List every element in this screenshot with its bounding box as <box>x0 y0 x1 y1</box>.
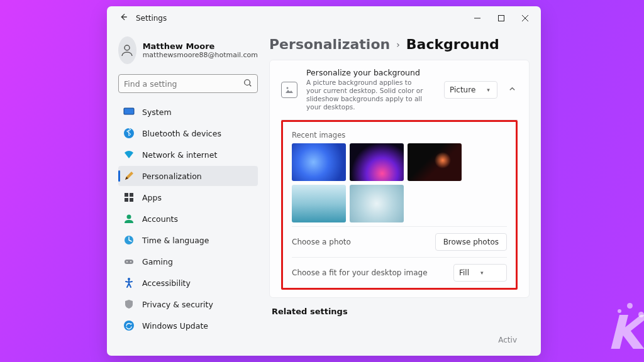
sidebar-nav: System Bluetooth & devices Network & int… <box>118 102 258 336</box>
chevron-up-icon <box>509 85 516 92</box>
choose-fit-label: Choose a fit for your desktop image <box>292 268 445 277</box>
user-icon <box>119 43 135 58</box>
bluetooth-icon <box>123 128 135 139</box>
sidebar-item-label: Windows Update <box>142 321 208 331</box>
svg-rect-0 <box>499 16 504 21</box>
sidebar-item-accessibility[interactable]: Accessibility <box>118 273 258 293</box>
arrow-left-icon <box>119 13 128 21</box>
maximize-icon <box>498 15 504 21</box>
shield-icon <box>123 299 135 310</box>
recent-images-grid <box>292 143 507 222</box>
sidebar-item-label: Accessibility <box>142 278 191 288</box>
svg-point-17 <box>287 87 289 89</box>
sidebar-item-update[interactable]: Windows Update <box>118 315 258 336</box>
update-icon <box>123 320 135 331</box>
recent-image-thumb[interactable] <box>292 185 346 222</box>
sidebar-item-label: Privacy & security <box>142 300 213 309</box>
choose-photo-row: Choose a photo Browse photos <box>292 226 507 257</box>
svg-rect-8 <box>125 198 128 202</box>
sidebar-item-network[interactable]: Network & internet <box>118 145 258 165</box>
sidebar-item-privacy[interactable]: Privacy & security <box>118 294 258 314</box>
activation-watermark: Activ <box>498 336 517 344</box>
gamepad-icon <box>123 256 135 267</box>
choose-fit-row: Choose a fit for your desktop image Fill… <box>292 257 507 288</box>
sidebar-item-label: Gaming <box>142 257 173 266</box>
personalize-header-row: Personalize your background A picture ba… <box>281 68 518 120</box>
sidebar-item-system[interactable]: System <box>118 102 258 122</box>
sidebar-item-label: Apps <box>142 193 162 202</box>
user-email: matthewsmoore88@hotmail.com <box>143 51 258 59</box>
browse-photos-button[interactable]: Browse photos <box>435 233 507 251</box>
brand-watermark: K <box>607 305 640 359</box>
search-input[interactable] <box>124 79 243 89</box>
sidebar-item-label: Network & internet <box>142 150 217 160</box>
svg-rect-7 <box>130 193 133 197</box>
recent-image-thumb[interactable] <box>350 143 404 181</box>
apps-icon <box>123 192 135 203</box>
system-icon <box>123 106 135 118</box>
minimize-button[interactable] <box>465 9 489 28</box>
breadcrumb-current: Background <box>406 36 499 52</box>
sidebar-item-label: Bluetooth & devices <box>142 129 221 138</box>
sidebar-item-personalization[interactable]: Personalization <box>118 166 258 186</box>
breadcrumb-parent[interactable]: Personalization <box>269 36 390 52</box>
accessibility-icon <box>123 277 135 288</box>
svg-rect-4 <box>124 108 134 114</box>
sidebar-item-gaming[interactable]: Gaming <box>118 251 258 272</box>
picture-icon <box>281 82 297 98</box>
choose-photo-label: Choose a photo <box>292 238 426 246</box>
personalize-description: A picture background applies to your cur… <box>306 79 426 112</box>
settings-window: Settings Matthew Moore matthewsmoore88@h… <box>107 6 541 356</box>
svg-rect-6 <box>125 193 128 197</box>
clock-globe-icon <box>123 234 135 246</box>
search-box[interactable] <box>118 74 258 93</box>
maximize-button[interactable] <box>489 9 513 28</box>
svg-rect-12 <box>125 260 133 264</box>
chevron-down-icon: ▾ <box>487 87 490 93</box>
breadcrumb: Personalization › Background <box>269 36 530 52</box>
sidebar: Matthew Moore matthewsmoore88@hotmail.co… <box>107 30 263 356</box>
window-title: Settings <box>136 14 167 23</box>
wifi-icon <box>123 149 135 160</box>
svg-point-2 <box>245 79 250 85</box>
sidebar-item-label: Accounts <box>142 214 178 224</box>
recent-image-thumb[interactable] <box>408 143 462 181</box>
paintbrush-icon <box>123 170 135 182</box>
svg-rect-9 <box>130 198 133 202</box>
collapse-button[interactable] <box>506 85 518 94</box>
recent-image-thumb[interactable] <box>292 143 346 181</box>
dropdown-value: Fill <box>459 268 469 277</box>
highlight-box: Recent images Choose a photo Browse phot… <box>281 120 518 290</box>
sidebar-item-label: System <box>142 107 172 117</box>
sidebar-item-accounts[interactable]: Accounts <box>118 209 258 229</box>
close-button[interactable] <box>513 9 537 28</box>
dropdown-value: Picture <box>450 85 475 94</box>
minimize-icon <box>474 15 480 21</box>
main-content: Personalization › Background Personalize… <box>263 30 541 356</box>
user-profile[interactable]: Matthew Moore matthewsmoore88@hotmail.co… <box>118 36 258 64</box>
personalize-heading: Personalize your background <box>306 68 435 77</box>
sidebar-item-time[interactable]: Time & language <box>118 230 258 250</box>
search-icon <box>243 78 252 90</box>
sidebar-item-apps[interactable]: Apps <box>118 187 258 207</box>
fit-dropdown[interactable]: Fill ▾ <box>453 264 507 282</box>
background-type-dropdown[interactable]: Picture ▾ <box>444 81 497 99</box>
svg-point-10 <box>127 215 131 219</box>
avatar <box>118 36 136 64</box>
svg-point-1 <box>125 45 130 50</box>
sidebar-item-label: Personalization <box>142 172 202 181</box>
back-button[interactable] <box>114 13 132 24</box>
sidebar-item-label: Time & language <box>142 236 209 245</box>
accounts-icon <box>123 213 135 224</box>
recent-image-thumb[interactable] <box>350 185 404 222</box>
background-card: Personalize your background A picture ba… <box>269 60 530 298</box>
svg-point-14 <box>130 261 131 263</box>
svg-point-13 <box>126 261 128 263</box>
titlebar: Settings <box>107 6 541 30</box>
close-icon <box>522 15 528 21</box>
chevron-right-icon: › <box>396 40 400 50</box>
chevron-down-icon: ▾ <box>480 270 484 276</box>
user-name: Matthew Moore <box>143 41 258 51</box>
related-settings-heading: Related settings <box>269 307 530 316</box>
sidebar-item-bluetooth[interactable]: Bluetooth & devices <box>118 123 258 143</box>
